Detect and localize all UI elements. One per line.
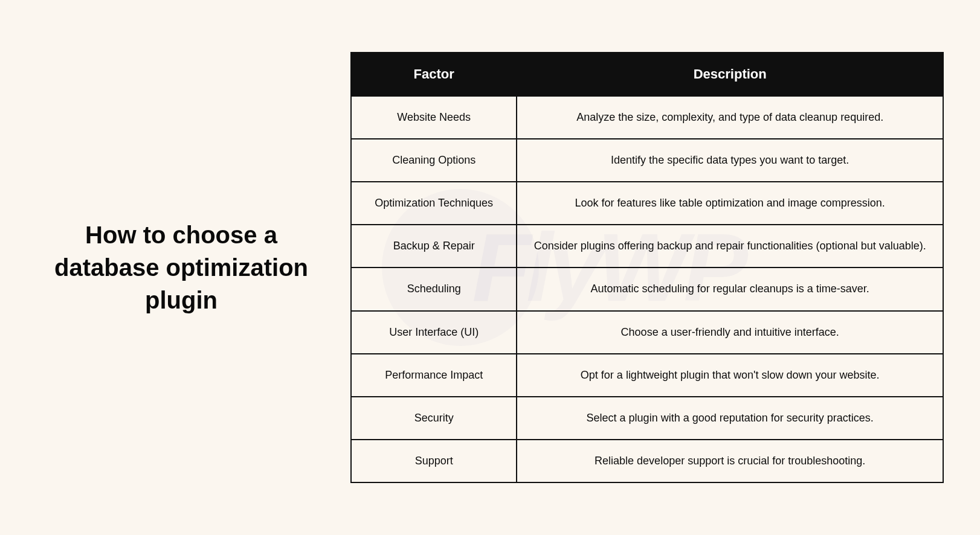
table-body: Website Needs Analyze the size, complexi… — [351, 96, 943, 483]
header-factor: Factor — [351, 53, 517, 96]
header-description: Description — [517, 53, 943, 96]
table-row: Optimization Techniques Look for feature… — [351, 182, 943, 225]
description-cell: Opt for a lightweight plugin that won't … — [517, 354, 943, 397]
comparison-table: Factor Description Website Needs Analyze… — [350, 52, 944, 484]
description-cell: Identify the specific data types you wan… — [517, 139, 943, 182]
description-cell: Analyze the size, complexity, and type o… — [517, 96, 943, 139]
factor-cell: Website Needs — [351, 96, 517, 139]
table-header-row: Factor Description — [351, 53, 943, 96]
description-cell: Select a plugin with a good reputation f… — [517, 397, 943, 440]
description-cell: Automatic scheduling for regular cleanup… — [517, 268, 943, 310]
title-section: How to choose a database optimization pl… — [36, 219, 350, 316]
table-row: Support Reliable developer support is cr… — [351, 440, 943, 482]
factor-cell: User Interface (UI) — [351, 311, 517, 354]
table-row: Backup & Repair Consider plugins offerin… — [351, 225, 943, 268]
table-row: Website Needs Analyze the size, complexi… — [351, 96, 943, 139]
main-container: How to choose a database optimization pl… — [0, 0, 980, 535]
factor-cell: Support — [351, 440, 517, 482]
factor-cell: Optimization Techniques — [351, 182, 517, 225]
factor-cell: Cleaning Options — [351, 139, 517, 182]
table-row: Cleaning Options Identify the specific d… — [351, 139, 943, 182]
table-row: Scheduling Automatic scheduling for regu… — [351, 268, 943, 310]
description-cell: Consider plugins offering backup and rep… — [517, 225, 943, 268]
factor-cell: Backup & Repair — [351, 225, 517, 268]
factor-cell: Scheduling — [351, 268, 517, 310]
table-row: User Interface (UI) Choose a user-friend… — [351, 311, 943, 354]
description-cell: Look for features like table optimizatio… — [517, 182, 943, 225]
table-row: Performance Impact Opt for a lightweight… — [351, 354, 943, 397]
description-cell: Choose a user-friendly and intuitive int… — [517, 311, 943, 354]
page-title: How to choose a database optimization pl… — [36, 219, 326, 316]
factor-cell: Performance Impact — [351, 354, 517, 397]
description-cell: Reliable developer support is crucial fo… — [517, 440, 943, 482]
factor-cell: Security — [351, 397, 517, 440]
table-section: Factor Description Website Needs Analyze… — [350, 52, 944, 484]
table-row: Security Select a plugin with a good rep… — [351, 397, 943, 440]
